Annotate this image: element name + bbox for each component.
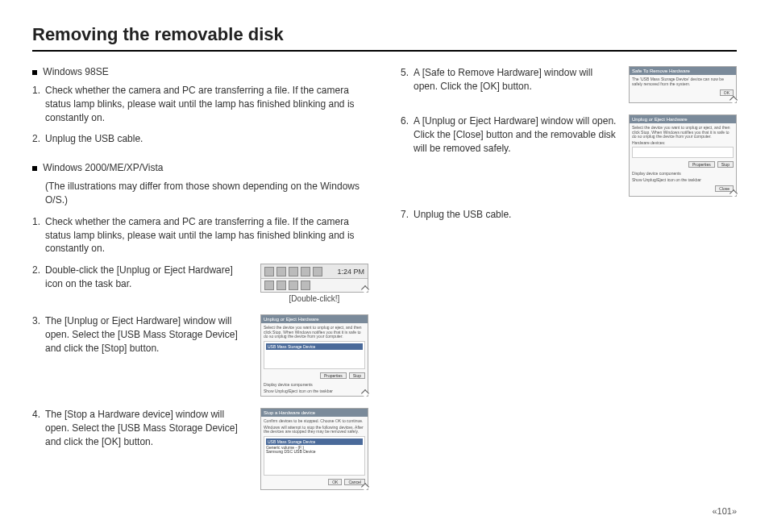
step-b-6: 6. A [Unplug or Eject Hardware] window w… — [401, 114, 619, 155]
dialog-close-row: Close — [632, 184, 734, 193]
dialog-buttons: Properties Stop — [632, 160, 734, 169]
step-number: 5. — [401, 66, 414, 94]
list-item-usb: USB Mass Storage Device — [266, 438, 363, 445]
step-number: 7. — [401, 208, 414, 222]
dialog-desc: Select the device you want to unplug or … — [264, 326, 365, 339]
dialog-titlebar: Stop a Hardware device — [261, 409, 368, 417]
step-number: 2. — [32, 132, 45, 146]
tray-icon — [301, 281, 310, 290]
dialog-title: Unplug or Eject Hardware — [264, 317, 319, 322]
step-b-5: 5. A [Safe to Remove Hardware] window wi… — [401, 66, 619, 94]
right-column: 5. A [Safe to Remove Hardware] window wi… — [401, 66, 737, 501]
figure-caption: [Double-click!] — [260, 294, 368, 303]
dialog-title: Unplug or Eject Hardware — [632, 117, 688, 122]
figure-stop-dialog: Stop a Hardware device Confirm devices t… — [260, 408, 368, 490]
dialog-titlebar: Safe To Remove Hardware — [630, 67, 736, 75]
section-note: (The illustrations may differ from those… — [45, 180, 368, 207]
dialog-desc: Confirm devices to be stopped. Choose OK… — [264, 419, 365, 424]
page-number: «101» — [712, 506, 737, 516]
heading-text: Windows 98SE — [43, 66, 108, 77]
step-text: A [Unplug or Eject Hardware] window will… — [414, 114, 619, 155]
content-columns: Windows 98SE 1. Check whether the camera… — [32, 66, 737, 501]
check-display: Display device components — [264, 382, 365, 387]
taskbar-thumb: 1:24 PM — [260, 264, 368, 293]
tray-icon — [264, 267, 274, 276]
step-number: 4. — [32, 408, 45, 448]
dialog-buttons: OK Cancel — [264, 477, 365, 487]
devices-label: Hardware devices: — [632, 141, 734, 146]
step-text: Check whether the camera and PC are tran… — [45, 84, 368, 124]
list-item-usb: USB Mass Storage Device — [266, 343, 363, 350]
tray-icon — [289, 267, 298, 276]
stop-button[interactable]: Stop — [717, 161, 734, 168]
dialog-desc: Select the device you want to unplug or … — [632, 126, 734, 139]
ok-button[interactable]: OK — [720, 89, 734, 96]
check-display: Display device components — [632, 171, 734, 176]
figure-safe-dialog: Safe To Remove Hardware The 'USB Mass St… — [629, 66, 737, 103]
dialog-device-list: USB Mass Storage Device Generic volume -… — [264, 436, 365, 476]
ok-button[interactable]: OK — [328, 479, 342, 485]
dialog-body: The 'USB Mass Storage Device' device can… — [630, 75, 736, 102]
step-b-4: 4. The [Stop a Hardware device] window w… — [32, 408, 251, 448]
figure-unplug-dialog-2: Unplug or Eject Hardware Select the devi… — [629, 114, 737, 197]
taskbar-bottom — [261, 279, 368, 292]
step-text: Check whether the camera and PC are tran… — [45, 215, 368, 256]
dialog-title: Stop a Hardware device — [264, 410, 315, 415]
left-column: Windows 98SE 1. Check whether the camera… — [32, 66, 368, 501]
properties-button[interactable]: Properties — [320, 372, 347, 379]
step-b-7: 7. Unplug the USB cable. — [401, 208, 737, 222]
taskbar-tray: 1:24 PM — [261, 264, 368, 279]
check-show: Show Unplug/Eject icon on the taskbar — [632, 177, 734, 182]
tray-icon — [264, 281, 274, 290]
taskbar-clock: 1:24 PM — [337, 268, 364, 276]
cancel-button[interactable]: Cancel — [344, 479, 365, 485]
tray-icon — [301, 267, 310, 276]
tray-icon — [313, 267, 322, 276]
dialog-desc2: Windows will attempt to stop the followi… — [264, 426, 365, 434]
dialog-body: Select the device you want to unplug or … — [630, 123, 736, 196]
dialog-titlebar: Unplug or Eject Hardware — [261, 315, 368, 323]
step-98se-1: 1. Check whether the camera and PC are t… — [32, 84, 368, 124]
manual-page: Removing the removable disk Windows 98SE… — [0, 0, 769, 532]
dialog-title: Safe To Remove Hardware — [632, 69, 690, 73]
step-number: 1. — [32, 84, 45, 124]
step-98se-2: 2. Unplug the USB cable. — [32, 132, 368, 146]
stop-button[interactable]: Stop — [349, 372, 365, 379]
dialog-body: Select the device you want to unplug or … — [261, 323, 368, 396]
properties-button[interactable]: Properties — [688, 161, 715, 168]
step-b-5-row: 5. A [Safe to Remove Hardware] window wi… — [401, 66, 737, 103]
step-b-3-row: 3. The [Unplug or Eject Hardware] window… — [32, 314, 368, 397]
figure-taskbar: 1:24 PM [Double-click!] — [260, 264, 368, 303]
step-b-1: 1. Check whether the camera and PC are t… — [32, 215, 368, 256]
check-show: Show Unplug/Eject icon on the taskbar — [264, 389, 365, 393]
list-item-sam: Samsung DSC USB Device — [266, 450, 363, 455]
figure-unplug-dialog: Unplug or Eject Hardware Select the devi… — [260, 314, 368, 397]
step-text: Double-click the [Unplug or Eject Hardwa… — [45, 264, 251, 291]
bullet-icon — [32, 166, 37, 171]
dialog-body: Confirm devices to be stopped. Choose OK… — [261, 417, 368, 489]
close-button[interactable]: Close — [715, 185, 734, 192]
section-heading-2000: Windows 2000/ME/XP/Vista — [32, 162, 368, 173]
step-b-4-row: 4. The [Stop a Hardware device] window w… — [32, 408, 368, 490]
step-text: A [Safe to Remove Hardware] window will … — [414, 66, 619, 94]
section-heading-98se: Windows 98SE — [32, 66, 368, 77]
step-text: The [Stop a Hardware device] window will… — [45, 408, 251, 448]
tray-icon — [289, 281, 298, 290]
dialog-text: The 'USB Mass Storage Device' device can… — [632, 77, 734, 86]
dialog-buttons: OK — [632, 88, 734, 98]
step-number: 2. — [32, 264, 45, 291]
dialog-titlebar: Unplug or Eject Hardware — [630, 115, 736, 123]
heading-text: Windows 2000/ME/XP/Vista — [43, 162, 163, 173]
page-title: Removing the removable disk — [32, 24, 737, 52]
step-b-3: 3. The [Unplug or Eject Hardware] window… — [32, 314, 251, 355]
tray-icon — [276, 267, 286, 276]
step-b-6-row: 6. A [Unplug or Eject Hardware] window w… — [401, 114, 737, 197]
step-text: The [Unplug or Eject Hardware] window wi… — [45, 314, 251, 355]
step-b-2: 2. Double-click the [Unplug or Eject Har… — [32, 264, 251, 291]
step-number: 1. — [32, 215, 45, 256]
dialog-buttons: Properties Stop — [264, 371, 365, 380]
dialog-device-list — [632, 147, 734, 158]
step-b-2-row: 2. Double-click the [Unplug or Eject Har… — [32, 264, 368, 303]
step-number: 3. — [32, 314, 45, 355]
bullet-icon — [32, 70, 37, 75]
